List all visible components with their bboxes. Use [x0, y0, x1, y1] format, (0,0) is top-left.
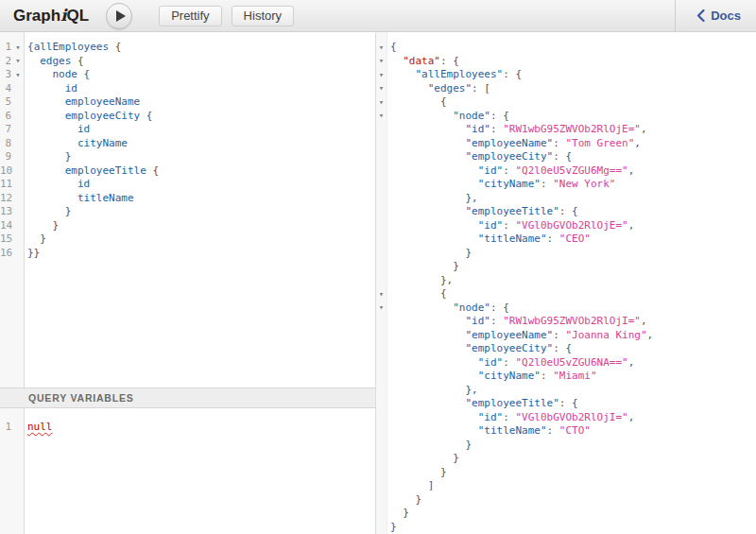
- line-number: 11: [0, 178, 12, 192]
- graphiql-logo: GraphiQL: [13, 6, 89, 26]
- query-code-line[interactable]: }: [27, 150, 375, 164]
- query-variables-header[interactable]: Query Variables: [0, 388, 375, 408]
- line-number: 10: [0, 164, 12, 179]
- query-code-line[interactable]: }}: [27, 247, 375, 261]
- result-code-line: "titleName": "CTO": [390, 424, 756, 439]
- result-code-line: {: [390, 41, 756, 55]
- result-code-line: },: [390, 384, 756, 398]
- query-code-line[interactable]: }: [27, 205, 375, 219]
- query-code-line[interactable]: employeeCity {: [27, 110, 375, 124]
- result-code-line: }: [390, 439, 756, 453]
- query-editor[interactable]: 1▾2▾3▾45678910111213141516 {allEmployees…: [0, 32, 375, 388]
- result-code-line: }: [390, 507, 756, 521]
- execute-button[interactable]: [106, 3, 132, 29]
- result-code-line: "employeeCity": {: [390, 150, 756, 164]
- result-code-line: }: [390, 247, 756, 261]
- query-code-line[interactable]: }: [27, 219, 375, 233]
- result-pane: ▾▾▾▾▾▾▾▾ { "data": { "allEmployees": { "…: [375, 32, 756, 534]
- line-number: 1: [0, 421, 12, 435]
- fold-arrow-icon[interactable]: ▾: [376, 84, 387, 93]
- line-number: 5: [0, 95, 12, 110]
- query-code-line[interactable]: id: [27, 178, 375, 192]
- docs-link[interactable]: Docs: [676, 0, 756, 32]
- query-code-line[interactable]: }: [27, 233, 375, 247]
- workspace: 1▾2▾3▾45678910111213141516 {allEmployees…: [0, 32, 756, 534]
- result-viewer: ▾▾▾▾▾▾▾▾ { "data": { "allEmployees": { "…: [376, 32, 756, 534]
- fold-arrow-icon[interactable]: ▾: [376, 71, 387, 79]
- query-code-line[interactable]: id: [27, 82, 375, 96]
- chevron-left-icon: [696, 9, 705, 22]
- query-code-line[interactable]: {allEmployees {: [27, 41, 375, 55]
- result-code-line: "id": "VGl0bGVOb2RlOjI=",: [390, 411, 756, 425]
- query-editor-gutter: 1▾2▾3▾45678910111213141516: [0, 32, 25, 388]
- result-code-line: "edges": [: [390, 82, 756, 96]
- result-code-line: "employeeCity": {: [390, 342, 756, 356]
- result-code-line: "id": "Q2l0eU5vZGU6NA==",: [390, 356, 756, 370]
- fold-arrow-icon[interactable]: ▾: [376, 57, 387, 65]
- query-code-line[interactable]: cityName: [27, 137, 375, 151]
- line-number: 16: [0, 247, 12, 261]
- result-code-line: },: [390, 274, 756, 288]
- result-code-line: "employeeName": "Tom Green",: [390, 137, 756, 151]
- result-code-line: "allEmployees": {: [390, 68, 756, 82]
- line-number: 7: [0, 123, 12, 137]
- result-code-line: ]: [390, 479, 756, 493]
- result-code-line: "id": "RW1wbG95ZWVOb2RlOjE=",: [390, 123, 756, 137]
- result-code-line: }: [390, 260, 756, 274]
- line-number: 2: [0, 55, 12, 69]
- variables-code-line[interactable]: null: [27, 421, 375, 435]
- query-code-line[interactable]: edges {: [27, 55, 375, 69]
- result-code-line: "employeeName": "Joanna King",: [390, 329, 756, 343]
- result-code-line: "id": "RW1wbG95ZWVOb2RlOjI=",: [390, 315, 756, 329]
- query-code-line[interactable]: employeeTitle {: [27, 164, 375, 179]
- result-code-line: "titleName": "CEO": [390, 233, 756, 247]
- query-variables-title: Query Variables: [28, 392, 134, 404]
- line-number: 9: [0, 150, 12, 164]
- query-code-line[interactable]: titleName: [27, 192, 375, 206]
- result-code-line: {: [390, 287, 756, 301]
- line-number: 6: [0, 110, 12, 124]
- variables-editor[interactable]: 1 null: [0, 408, 375, 534]
- query-code-line[interactable]: node {: [27, 68, 375, 82]
- fold-arrow-icon[interactable]: ▾: [376, 290, 387, 299]
- result-code-line: }: [390, 521, 756, 534]
- fold-arrow-icon[interactable]: ▾: [12, 57, 24, 65]
- result-code-line: "data": {: [390, 55, 756, 69]
- result-code-line: },: [390, 192, 756, 206]
- result-code-line: "employeeTitle": {: [390, 397, 756, 411]
- toolbar: GraphiQL Prettify History Docs: [0, 0, 756, 32]
- result-code-line: }: [390, 493, 756, 508]
- result-code-line: "cityName": "Miami": [390, 370, 756, 384]
- result-code-line: }: [390, 452, 756, 466]
- prettify-button[interactable]: Prettify: [159, 6, 221, 26]
- result-code-line: "node": {: [390, 301, 756, 316]
- play-icon: [116, 10, 126, 22]
- result-viewer-gutter: ▾▾▾▾▾▾▾▾: [376, 32, 387, 534]
- variables-editor-gutter: 1: [0, 408, 25, 534]
- result-code-line: "id": "VGl0bGVOb2RlOjE=",: [390, 219, 756, 233]
- result-code-line: "cityName": "New York": [390, 178, 756, 192]
- left-pane: 1▾2▾3▾45678910111213141516 {allEmployees…: [0, 32, 375, 534]
- line-number: 8: [0, 137, 12, 151]
- fold-arrow-icon[interactable]: ▾: [376, 98, 387, 107]
- line-number: 15: [0, 233, 12, 247]
- line-number: 13: [0, 205, 12, 219]
- fold-arrow-icon[interactable]: ▾: [376, 43, 387, 52]
- line-number: 3: [0, 68, 12, 82]
- result-code-line: {: [390, 95, 756, 110]
- query-code-line[interactable]: employeeName: [27, 95, 375, 110]
- fold-arrow-icon[interactable]: ▾: [376, 112, 387, 120]
- line-number: 1: [0, 41, 12, 55]
- line-number: 12: [0, 192, 12, 206]
- result-code-line: "id": "Q2l0eU5vZGU6Mg==",: [390, 164, 756, 179]
- fold-arrow-icon[interactable]: ▾: [12, 71, 24, 79]
- history-button[interactable]: History: [232, 6, 294, 26]
- fold-arrow-icon[interactable]: ▾: [12, 43, 24, 52]
- line-number: 14: [0, 219, 12, 233]
- fold-arrow-icon[interactable]: ▾: [376, 303, 387, 312]
- result-code-line: "node": {: [390, 110, 756, 124]
- result-code-line: }: [390, 466, 756, 480]
- line-number: 4: [0, 82, 12, 96]
- result-code-line: "employeeTitle": {: [390, 205, 756, 219]
- query-code-line[interactable]: id: [27, 123, 375, 137]
